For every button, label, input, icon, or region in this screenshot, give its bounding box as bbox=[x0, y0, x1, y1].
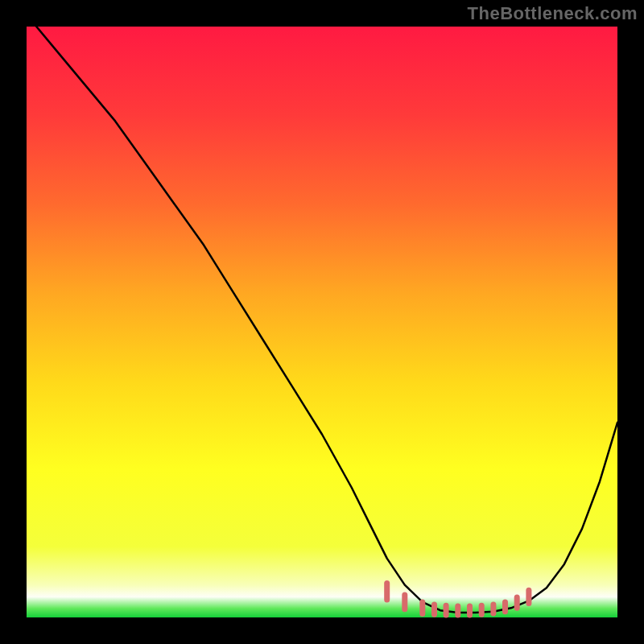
watermark-text: TheBottleneck.com bbox=[468, 3, 638, 24]
chart-frame: TheBottleneck.com bbox=[0, 0, 644, 644]
plot-background bbox=[27, 27, 617, 617]
bottleneck-chart bbox=[0, 0, 644, 644]
